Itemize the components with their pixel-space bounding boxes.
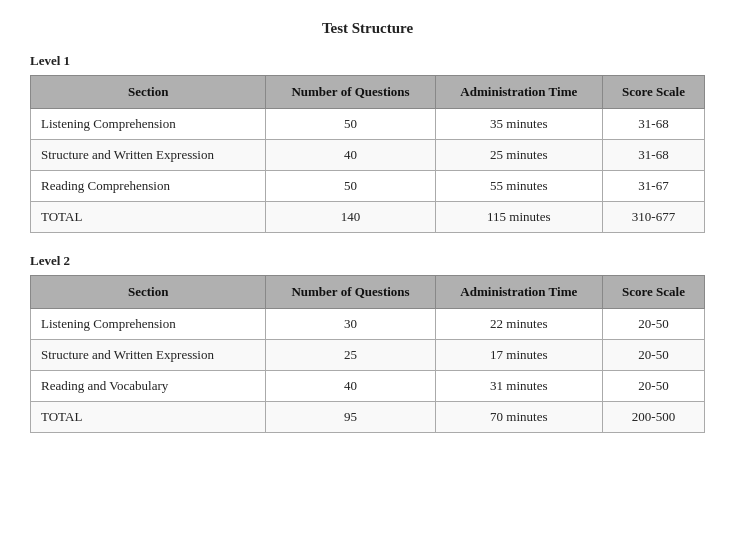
- cell-2-2: 55 minutes: [435, 171, 602, 202]
- cell-2-0: Reading and Vocabulary: [31, 371, 266, 402]
- level-1-label: Level 1: [30, 53, 705, 69]
- cell-1-1: 40: [266, 140, 435, 171]
- cell-3-1: 95: [266, 402, 435, 433]
- col-header-2: Administration Time: [435, 76, 602, 109]
- cell-3-0: TOTAL: [31, 202, 266, 233]
- cell-3-0: TOTAL: [31, 402, 266, 433]
- col-header-3: Score Scale: [603, 76, 705, 109]
- col-header-1: Number of Questions: [266, 276, 435, 309]
- col-header-3: Score Scale: [603, 276, 705, 309]
- cell-0-3: 20-50: [603, 309, 705, 340]
- table-row: TOTAL140115 minutes310-677: [31, 202, 705, 233]
- cell-0-0: Listening Comprehension: [31, 309, 266, 340]
- cell-2-3: 31-67: [603, 171, 705, 202]
- cell-1-0: Structure and Written Expression: [31, 340, 266, 371]
- cell-2-0: Reading Comprehension: [31, 171, 266, 202]
- cell-0-1: 30: [266, 309, 435, 340]
- cell-3-2: 115 minutes: [435, 202, 602, 233]
- table-row: Structure and Written Expression4025 min…: [31, 140, 705, 171]
- col-header-0: Section: [31, 276, 266, 309]
- table-row: Listening Comprehension5035 minutes31-68: [31, 109, 705, 140]
- table-row: Reading and Vocabulary4031 minutes20-50: [31, 371, 705, 402]
- cell-3-3: 200-500: [603, 402, 705, 433]
- page-title: Test Structure: [30, 20, 705, 37]
- level-2-label: Level 2: [30, 253, 705, 269]
- cell-1-1: 25: [266, 340, 435, 371]
- cell-0-2: 22 minutes: [435, 309, 602, 340]
- cell-3-1: 140: [266, 202, 435, 233]
- table-row: Listening Comprehension3022 minutes20-50: [31, 309, 705, 340]
- cell-0-3: 31-68: [603, 109, 705, 140]
- level-1-table: SectionNumber of QuestionsAdministration…: [30, 75, 705, 233]
- cell-0-2: 35 minutes: [435, 109, 602, 140]
- col-header-2: Administration Time: [435, 276, 602, 309]
- cell-3-3: 310-677: [603, 202, 705, 233]
- cell-0-0: Listening Comprehension: [31, 109, 266, 140]
- cell-1-3: 31-68: [603, 140, 705, 171]
- cell-2-1: 50: [266, 171, 435, 202]
- table-row: Reading Comprehension5055 minutes31-67: [31, 171, 705, 202]
- cell-2-2: 31 minutes: [435, 371, 602, 402]
- level-2-table: SectionNumber of QuestionsAdministration…: [30, 275, 705, 433]
- cell-0-1: 50: [266, 109, 435, 140]
- col-header-0: Section: [31, 76, 266, 109]
- cell-1-2: 25 minutes: [435, 140, 602, 171]
- col-header-1: Number of Questions: [266, 76, 435, 109]
- table-row: TOTAL9570 minutes200-500: [31, 402, 705, 433]
- cell-2-1: 40: [266, 371, 435, 402]
- cell-1-2: 17 minutes: [435, 340, 602, 371]
- cell-1-3: 20-50: [603, 340, 705, 371]
- table-row: Structure and Written Expression2517 min…: [31, 340, 705, 371]
- cell-2-3: 20-50: [603, 371, 705, 402]
- cell-3-2: 70 minutes: [435, 402, 602, 433]
- cell-1-0: Structure and Written Expression: [31, 140, 266, 171]
